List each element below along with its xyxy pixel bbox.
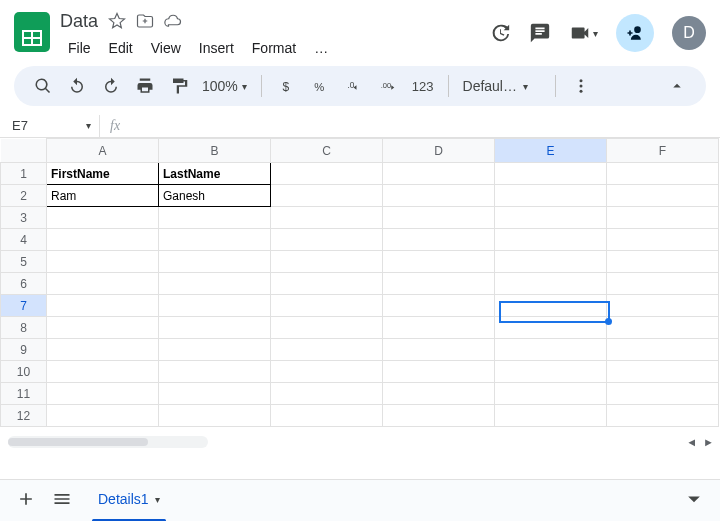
menu-format[interactable]: Format	[244, 36, 304, 60]
meet-button[interactable]: ▾	[569, 22, 598, 44]
row-header[interactable]: 11	[1, 383, 47, 405]
row-header[interactable]: 2	[1, 185, 47, 207]
col-header-B[interactable]: B	[159, 139, 271, 163]
cell[interactable]	[607, 361, 719, 383]
cell[interactable]	[159, 207, 271, 229]
cell[interactable]: Ganesh	[159, 185, 271, 207]
spreadsheet-grid[interactable]: A B C D E F 1 FirstName LastName 2 Ram G…	[0, 138, 719, 427]
col-header-E[interactable]: E	[495, 139, 607, 163]
menu-file[interactable]: File	[60, 36, 99, 60]
cell[interactable]	[607, 185, 719, 207]
cell[interactable]: LastName	[159, 163, 271, 185]
menu-insert[interactable]: Insert	[191, 36, 242, 60]
cell[interactable]	[47, 273, 159, 295]
row-header[interactable]: 5	[1, 251, 47, 273]
cell[interactable]	[159, 361, 271, 383]
cell[interactable]	[495, 383, 607, 405]
menu-edit[interactable]: Edit	[101, 36, 141, 60]
share-button[interactable]	[616, 14, 654, 52]
cell[interactable]	[495, 185, 607, 207]
explore-button[interactable]	[684, 489, 704, 512]
cell[interactable]	[271, 163, 383, 185]
doc-title[interactable]: Data	[60, 11, 98, 32]
more-toolbar-icon[interactable]	[566, 71, 596, 101]
cell[interactable]	[271, 229, 383, 251]
move-to-folder-icon[interactable]	[136, 12, 154, 30]
row-header[interactable]: 10	[1, 361, 47, 383]
cell[interactable]	[383, 317, 495, 339]
cell[interactable]	[607, 207, 719, 229]
collapse-toolbar-icon[interactable]	[662, 71, 692, 101]
cell[interactable]	[495, 163, 607, 185]
select-all-corner[interactable]	[1, 139, 47, 163]
row-header[interactable]: 8	[1, 317, 47, 339]
cell[interactable]	[271, 185, 383, 207]
comments-icon[interactable]	[529, 22, 551, 44]
cell[interactable]	[47, 317, 159, 339]
all-sheets-button[interactable]	[52, 489, 72, 512]
cell[interactable]	[271, 251, 383, 273]
cell[interactable]	[383, 185, 495, 207]
row-header[interactable]: 4	[1, 229, 47, 251]
cell[interactable]	[47, 229, 159, 251]
cell[interactable]	[495, 207, 607, 229]
menu-more[interactable]: …	[306, 36, 336, 60]
increase-decimal-icon[interactable]: .00	[374, 71, 404, 101]
cell[interactable]	[607, 317, 719, 339]
cell[interactable]	[47, 295, 159, 317]
cell[interactable]	[159, 251, 271, 273]
col-header-D[interactable]: D	[383, 139, 495, 163]
add-sheet-button[interactable]	[16, 489, 36, 512]
cell[interactable]	[159, 273, 271, 295]
scroll-left-icon[interactable]: ◄	[686, 436, 697, 448]
name-box[interactable]: E7 ▾	[6, 115, 100, 137]
cell[interactable]	[383, 405, 495, 427]
font-select[interactable]: Defaul…▾	[459, 78, 545, 94]
cell[interactable]	[383, 295, 495, 317]
star-icon[interactable]	[108, 12, 126, 30]
cell[interactable]	[271, 207, 383, 229]
formula-bar[interactable]	[130, 114, 720, 137]
col-header-A[interactable]: A	[47, 139, 159, 163]
cell[interactable]	[271, 361, 383, 383]
cell[interactable]	[271, 405, 383, 427]
undo-icon[interactable]	[62, 71, 92, 101]
row-header[interactable]: 9	[1, 339, 47, 361]
cell[interactable]	[383, 251, 495, 273]
cell[interactable]	[159, 295, 271, 317]
currency-icon[interactable]: $	[272, 71, 302, 101]
cell[interactable]	[383, 273, 495, 295]
row-header[interactable]: 7	[1, 295, 47, 317]
cell[interactable]	[383, 339, 495, 361]
cell[interactable]	[495, 361, 607, 383]
col-header-F[interactable]: F	[607, 139, 719, 163]
cell[interactable]	[271, 339, 383, 361]
cell[interactable]	[47, 251, 159, 273]
cell-selected[interactable]	[495, 295, 607, 317]
cell[interactable]	[495, 339, 607, 361]
scroll-right-icon[interactable]: ►	[703, 436, 714, 448]
row-header[interactable]: 1	[1, 163, 47, 185]
menu-view[interactable]: View	[143, 36, 189, 60]
cell[interactable]	[607, 405, 719, 427]
cell[interactable]	[383, 229, 495, 251]
cell[interactable]	[607, 339, 719, 361]
cell[interactable]: Ram	[47, 185, 159, 207]
cell[interactable]	[607, 163, 719, 185]
cell[interactable]	[495, 317, 607, 339]
cell[interactable]	[607, 295, 719, 317]
cell[interactable]	[47, 207, 159, 229]
cell[interactable]	[383, 383, 495, 405]
cell[interactable]	[159, 339, 271, 361]
cell[interactable]	[383, 361, 495, 383]
row-header[interactable]: 12	[1, 405, 47, 427]
cell[interactable]	[607, 229, 719, 251]
cell[interactable]	[159, 405, 271, 427]
cell[interactable]	[383, 163, 495, 185]
sheets-app-icon[interactable]	[14, 12, 50, 52]
zoom-select[interactable]: 100%▾	[198, 78, 251, 94]
cell[interactable]	[607, 273, 719, 295]
col-header-C[interactable]: C	[271, 139, 383, 163]
paint-format-icon[interactable]	[164, 71, 194, 101]
percent-icon[interactable]: %	[306, 71, 336, 101]
